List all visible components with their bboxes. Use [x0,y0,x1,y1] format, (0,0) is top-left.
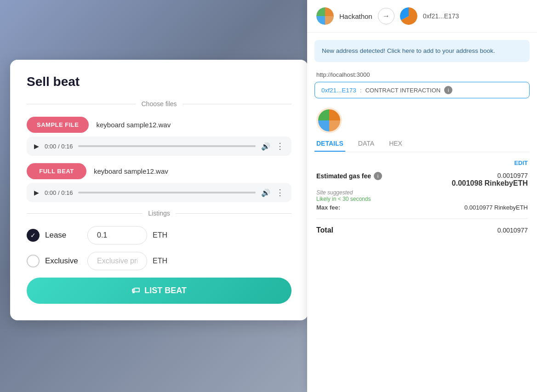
colon-separator: : [360,87,362,94]
gas-fee-title: Estimated gas fee [316,172,371,180]
from-avatar [316,7,334,25]
exclusive-checkbox[interactable] [27,255,40,267]
site-suggested-group: Site suggested Likely in < 30 seconds [316,189,371,202]
max-fee-row: Max fee: 0.0010977 RinkebyETH [316,204,528,211]
sample-file-section: SAMPLE FILE keyboard sample12.wav ▶ 0:00… [27,117,291,156]
total-row: Total 0.0010977 [316,226,528,234]
lease-checkbox[interactable]: ✓ [27,229,40,242]
sample-progress-bar[interactable] [78,145,256,147]
list-beat-button[interactable]: 🏷 LIST BEAT [27,278,291,304]
contract-address: 0xf21...E173 [321,87,356,94]
sample-audio-player: ▶ 0:00 / 0:16 🔊 ⋮ [27,136,291,156]
list-beat-label: LIST BEAT [144,286,187,295]
total-value: 0.0010977 [497,227,528,234]
contract-info-icon[interactable]: i [444,86,452,94]
exclusive-label: Exclusive [45,256,82,266]
gas-fee-values: 0.0010977 0.001098 RinkebyETH [452,172,528,187]
site-suggested-label: Site suggested [316,189,371,196]
sell-beat-modal: Sell beat Choose files SAMPLE FILE keybo… [10,60,308,320]
tab-hex[interactable]: HEX [387,135,404,152]
checkmark-icon: ✓ [30,232,36,239]
sample-file-row: SAMPLE FILE keyboard sample12.wav [27,117,291,133]
new-address-alert[interactable]: New address detected! Click here to add … [314,40,530,62]
metamask-logo-area [307,104,537,135]
lease-row: ✓ Lease ETH [27,226,291,244]
modal-title: Sell beat [27,74,291,89]
site-suggested-row: Site suggested Likely in < 30 seconds [316,189,528,202]
sample-time-display: 0:00 / 0:16 [45,143,73,150]
full-beat-button[interactable]: FULL BEAT [27,163,86,179]
sample-file-button[interactable]: SAMPLE FILE [27,117,89,133]
site-url: http://localhost:3000 [307,69,537,82]
gas-section: Estimated gas fee i 0.0010977 0.001098 R… [316,172,528,211]
gas-fee-row: Estimated gas fee i 0.0010977 0.001098 R… [316,172,528,187]
exclusive-row: Exclusive ETH [27,252,291,270]
contract-label: CONTRACT INTERACTION [365,87,440,94]
gas-fee-label-group: Estimated gas fee i [316,172,382,180]
metamask-logo [316,108,342,133]
to-address: 0xf21...E173 [423,12,459,20]
metamask-details-content: EDIT Estimated gas fee i 0.0010977 0.001… [307,152,537,392]
max-fee-label: Max fee: [316,204,340,211]
edit-row: EDIT [316,159,528,166]
gas-info-icon[interactable]: i [374,172,382,180]
tab-details[interactable]: DETAILS [314,135,345,152]
full-beat-file-name: keyboard sample12.wav [94,167,168,175]
metamask-tabs: DETAILS DATA HEX [314,135,530,152]
full-beat-time-display: 0:00 / 0:16 [45,189,73,196]
lease-label: Lease [45,231,82,240]
sample-volume-icon[interactable]: 🔊 [261,142,270,151]
lease-eth-label: ETH [153,231,167,239]
full-beat-play-button[interactable]: ▶ [34,189,39,196]
full-beat-volume-icon[interactable]: 🔊 [261,188,270,197]
max-fee-value: 0.0010977 RinkebyETH [464,204,528,211]
contract-row: 0xf21...E173 : CONTRACT INTERACTION i [314,82,530,98]
sample-play-button[interactable]: ▶ [34,142,39,150]
sample-more-button[interactable]: ⋮ [276,141,284,151]
tag-icon: 🏷 [131,286,140,295]
lease-price-input[interactable] [87,226,147,244]
full-beat-row: FULL BEAT keyboard sample12.wav [27,163,291,179]
full-beat-progress-bar[interactable] [78,192,256,193]
metamask-header: Hackathon → 0xf21...E173 [307,0,537,33]
gas-divider [316,218,528,219]
metamask-panel: Hackathon → 0xf21...E173 New address det… [307,0,537,392]
transaction-arrow: → [378,8,394,24]
choose-files-divider: Choose files [27,100,291,108]
listings-section: Listings ✓ Lease ETH Exclusive ETH [27,210,291,270]
full-beat-more-button[interactable]: ⋮ [276,187,284,198]
to-avatar [400,7,417,25]
edit-button[interactable]: EDIT [514,159,528,166]
exclusive-price-input[interactable] [87,252,147,270]
full-beat-audio-player: ▶ 0:00 / 0:16 🔊 ⋮ [27,183,291,202]
exclusive-eth-label: ETH [153,257,167,265]
from-account-name: Hackathon [339,12,372,20]
tab-data[interactable]: DATA [356,135,376,152]
likely-label: Likely in < 30 seconds [316,196,371,202]
gas-fee-value-main: 0.001098 RinkebyETH [452,179,528,187]
listings-label: Listings [148,210,170,217]
total-label: Total [316,226,333,234]
listings-divider: Listings [27,210,291,217]
gas-fee-value: 0.0010977 [452,172,528,179]
sample-file-name: keyboard sample12.wav [96,121,171,129]
full-beat-section: FULL BEAT keyboard sample12.wav ▶ 0:00 /… [27,163,291,202]
choose-files-label: Choose files [141,100,177,108]
